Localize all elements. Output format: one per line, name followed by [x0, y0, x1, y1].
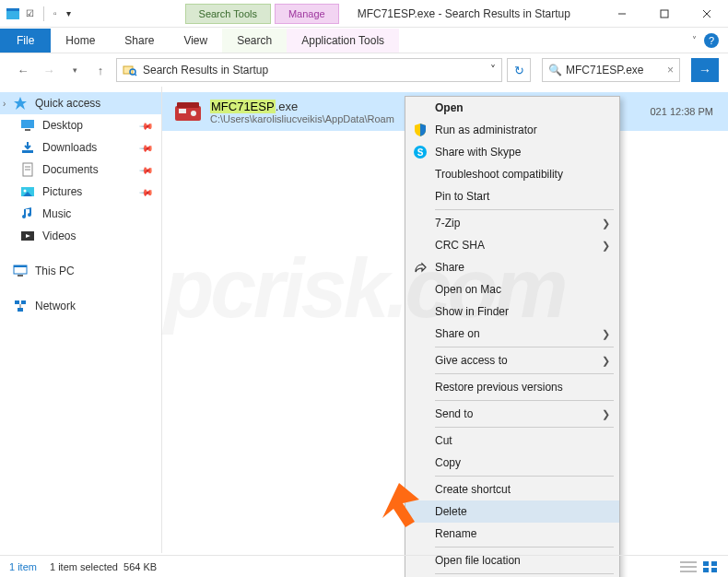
ctx-give-access[interactable]: Give access to❯	[405, 349, 619, 371]
ctx-separator	[435, 347, 614, 347]
sidebar-downloads[interactable]: Downloads 📌	[0, 136, 161, 159]
home-tab[interactable]: Home	[51, 29, 110, 53]
sidebar-desktop[interactable]: Desktop 📌	[0, 114, 161, 136]
maximize-button[interactable]	[643, 0, 686, 28]
search-go-button[interactable]: →	[691, 58, 719, 82]
svg-marker-9	[14, 97, 27, 110]
view-tab[interactable]: View	[169, 29, 222, 53]
status-item-count: 1 item	[9, 561, 37, 572]
shield-icon	[413, 123, 428, 137]
pictures-icon	[20, 184, 35, 199]
share-tab[interactable]: Share	[110, 29, 169, 53]
svg-rect-36	[680, 566, 697, 568]
sidebar-pictures[interactable]: Pictures 📌	[0, 181, 161, 203]
ctx-7zip[interactable]: 7-Zip❯	[405, 212, 619, 234]
ctx-open[interactable]: Open	[405, 97, 619, 119]
back-button[interactable]: ←	[13, 60, 33, 80]
large-icons-view-icon[interactable]	[702, 560, 719, 573]
details-view-icon[interactable]	[680, 560, 697, 573]
sidebar-this-pc[interactable]: This PC	[0, 260, 161, 282]
status-bar: 1 item 1 item selected 564 KB	[0, 555, 728, 577]
svg-rect-37	[680, 571, 697, 572]
submenu-arrow-icon: ❯	[602, 408, 610, 420]
contextual-tool-tabs: Search Tools Manage	[185, 4, 339, 24]
folder-search-icon	[123, 63, 137, 77]
ctx-run-as-admin[interactable]: Run as administrator	[405, 119, 619, 141]
ctx-cut[interactable]: Cut	[405, 430, 619, 452]
svg-rect-24	[15, 300, 19, 304]
ctx-open-mac[interactable]: Open on Mac	[405, 278, 619, 300]
up-button[interactable]: ↑	[90, 60, 111, 80]
ribbon-collapse-icon[interactable]: ˅	[692, 35, 697, 45]
status-selection: 1 item selected 564 KB	[50, 561, 157, 572]
ctx-label: Share	[435, 261, 464, 274]
ctx-share-skype[interactable]: S Share with Skype	[405, 141, 619, 163]
ctx-pin-start[interactable]: Pin to Start	[405, 185, 619, 207]
svg-rect-11	[25, 129, 30, 131]
this-pc-icon	[13, 264, 28, 278]
qat-properties-icon[interactable]: ▫	[50, 8, 61, 18]
svg-marker-34	[382, 483, 419, 527]
svg-rect-12	[22, 150, 33, 153]
svg-rect-1	[6, 8, 19, 11]
sidebar-label: Network	[35, 300, 76, 312]
address-bar-row: ← → ▾ ↑ Search Results in Startup ˅ ↻ 🔍 …	[0, 53, 728, 87]
ctx-copy[interactable]: Copy	[405, 452, 619, 474]
close-button[interactable]	[686, 0, 728, 28]
ctx-share[interactable]: Share	[405, 256, 619, 278]
ctx-separator	[435, 427, 614, 428]
quick-access-toolbar: ☑ ▫ ▾	[0, 6, 75, 21]
svg-rect-22	[14, 265, 27, 267]
ctx-create-shortcut[interactable]: Create shortcut	[405, 478, 619, 500]
desktop-icon	[20, 118, 35, 133]
annotation-arrow-icon	[364, 483, 419, 529]
ctx-label: Send to	[435, 407, 473, 420]
svg-rect-35	[680, 561, 697, 563]
forward-button[interactable]: →	[39, 60, 59, 80]
address-bar[interactable]: Search Results in Startup ˅	[116, 58, 502, 82]
refresh-button[interactable]: ↻	[507, 58, 531, 82]
sidebar-videos[interactable]: Videos	[0, 225, 161, 247]
ctx-label: Run as administrator	[435, 124, 537, 136]
sidebar-documents[interactable]: Documents 📌	[0, 159, 161, 181]
application-tools-tab[interactable]: Application Tools	[287, 29, 399, 53]
titlebar: ☑ ▫ ▾ Search Tools Manage MFC71ESP.exe -…	[0, 0, 728, 28]
sidebar-music[interactable]: Music	[0, 203, 161, 225]
ctx-label: 7-Zip	[435, 217, 460, 230]
submenu-arrow-icon: ❯	[602, 328, 610, 340]
minimize-button[interactable]	[601, 0, 643, 28]
ctx-crc-sha[interactable]: CRC SHA❯	[405, 234, 619, 256]
ctx-restore-previous[interactable]: Restore previous versions	[405, 376, 619, 398]
app-icon	[6, 6, 20, 21]
address-dropdown-icon[interactable]: ˅	[490, 64, 496, 77]
sidebar-network[interactable]: Network	[0, 295, 161, 317]
recent-locations-button[interactable]: ▾	[65, 60, 85, 80]
submenu-arrow-icon: ❯	[602, 240, 610, 252]
help-icon[interactable]: ?	[704, 33, 719, 48]
ribbon-tabs: File Home Share View Search Application …	[0, 28, 728, 53]
svg-rect-30	[179, 109, 186, 113]
ctx-troubleshoot[interactable]: Troubleshoot compatibility	[405, 163, 619, 185]
ctx-delete[interactable]: Delete	[405, 500, 619, 523]
context-menu: Open Run as administrator S Share with S…	[405, 96, 620, 577]
ctx-rename[interactable]: Rename	[405, 523, 619, 545]
clear-search-icon[interactable]: ×	[667, 64, 674, 77]
ctx-label: Share with Skype	[435, 146, 521, 159]
svg-rect-25	[21, 300, 26, 304]
qat-dropdown-icon[interactable]: ▾	[63, 8, 75, 18]
sidebar-label: Quick access	[35, 97, 100, 110]
ctx-show-finder[interactable]: Show in Finder	[405, 300, 619, 323]
svg-point-31	[191, 111, 196, 116]
pin-icon: 📌	[139, 140, 154, 155]
ctx-share-on[interactable]: Share on❯	[405, 323, 619, 345]
ctx-send-to[interactable]: Send to❯	[405, 403, 619, 425]
address-text: Search Results in Startup	[143, 64, 268, 77]
svg-rect-39	[711, 561, 717, 566]
file-tab[interactable]: File	[0, 29, 51, 53]
sidebar-quick-access[interactable]: Quick access	[0, 92, 161, 114]
search-box[interactable]: 🔍 MFC71ESP.exe ×	[542, 58, 680, 82]
search-tab[interactable]: Search	[222, 29, 287, 53]
search-value: MFC71ESP.exe	[566, 64, 644, 77]
ctx-separator	[435, 209, 614, 210]
qat-checkbox-icon[interactable]: ☑	[22, 8, 38, 18]
